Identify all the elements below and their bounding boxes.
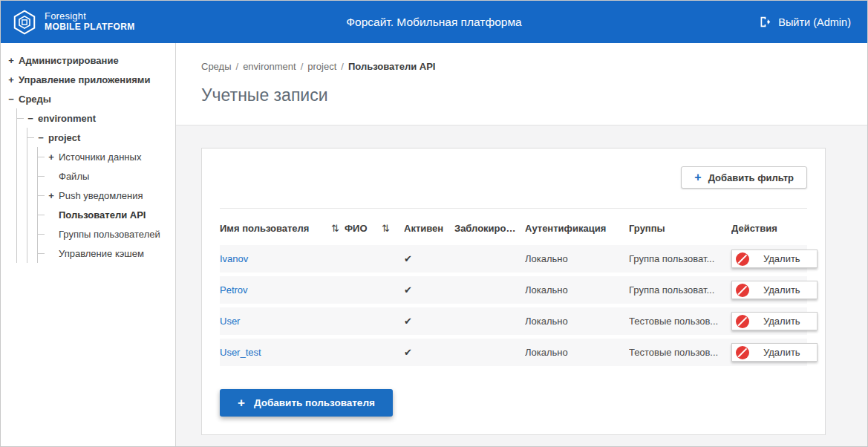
breadcrumb-project[interactable]: project — [307, 61, 336, 72]
auth-cell: Локально — [525, 284, 629, 296]
breadcrumb: Среды/environment/project/Пользователи A… — [201, 61, 867, 72]
col-auth: Аутентификация — [525, 223, 629, 234]
username-link[interactable]: User — [220, 316, 331, 327]
sidebar-item-api-users[interactable]: Пользователи API — [38, 205, 175, 224]
active-check-icon: ✔ — [404, 316, 454, 327]
block-icon — [736, 252, 749, 266]
brand-name: Foresight — [45, 11, 135, 22]
groups-cell: Тестовые пользов... — [629, 316, 731, 327]
sidebar-item-cache-management[interactable]: Управление кэшем — [38, 244, 175, 263]
sort-icon-username[interactable]: ⇅ — [331, 223, 345, 234]
col-actions: Действия — [731, 223, 807, 234]
breadcrumb-api-users: Пользователи API — [348, 61, 435, 72]
breadcrumb-environments[interactable]: Среды — [201, 61, 232, 72]
col-username: Имя пользователя — [220, 223, 331, 234]
add-filter-label: Добавить фильтр — [708, 172, 794, 183]
tree-group-project: + Источники данных Файлы + Push уведомле… — [37, 147, 175, 263]
brand-logo: Foresight MOBILE PLATFORM — [1, 9, 135, 36]
table-row: User ✔ Локально Тестовые пользов... — [220, 307, 807, 335]
collapse-icon[interactable]: − — [26, 113, 35, 124]
sidebar-item-app-management[interactable]: + Управление приложениями — [7, 70, 175, 89]
delete-button[interactable]: Удалить — [731, 249, 818, 268]
expand-icon[interactable]: + — [7, 55, 16, 66]
sidebar-item-environments[interactable]: − Среды — [7, 89, 175, 108]
username-link[interactable]: User_test — [220, 347, 331, 358]
table-header-row: Имя пользователя ⇅ ФИО ⇅ Активен Заблоки… — [220, 209, 807, 245]
brand-subtitle: MOBILE PLATFORM — [45, 22, 135, 33]
table-row: Petrov ✔ Локально Группа пользоват... — [220, 276, 807, 304]
add-user-button[interactable]: + Добавить пользователя — [220, 389, 393, 417]
auth-cell: Локально — [525, 347, 629, 358]
col-active: Активен — [404, 223, 454, 234]
col-groups: Группы — [629, 223, 731, 234]
active-check-icon: ✔ — [404, 347, 454, 358]
top-header: Foresight MOBILE PLATFORM Форсайт. Мобил… — [1, 1, 867, 43]
col-blocked: Заблокирован — [454, 223, 525, 234]
sidebar-item-user-groups[interactable]: Группы пользователей — [38, 224, 175, 244]
sidebar-item-project[interactable]: − project — [27, 128, 175, 147]
add-user-label: Добавить пользователя — [254, 397, 375, 408]
block-icon — [736, 315, 749, 328]
delete-button[interactable]: Удалить — [731, 312, 818, 330]
sidebar-item-environment[interactable]: − environment — [17, 108, 175, 128]
app-window: Foresight MOBILE PLATFORM Форсайт. Мобил… — [0, 0, 868, 447]
expand-icon[interactable]: + — [47, 151, 56, 163]
users-card: + Добавить фильтр Имя пользователя ⇅ ФИО… — [201, 148, 826, 435]
add-filter-button[interactable]: + Добавить фильтр — [681, 166, 807, 189]
expand-icon[interactable]: + — [7, 74, 16, 85]
sidebar-item-files[interactable]: Файлы — [38, 166, 175, 186]
delete-button[interactable]: Удалить — [731, 281, 818, 299]
table-row: Ivanov ✔ Локально Группа пользоват... — [220, 245, 807, 273]
groups-cell: Группа пользоват... — [629, 253, 731, 264]
username-link[interactable]: Petrov — [220, 284, 331, 296]
content-area: + Добавить фильтр Имя пользователя ⇅ ФИО… — [176, 125, 867, 446]
collapse-icon[interactable]: − — [36, 132, 45, 143]
block-icon — [736, 346, 749, 359]
username-link[interactable]: Ivanov — [220, 253, 331, 264]
collapse-icon[interactable]: − — [7, 94, 16, 105]
sidebar-tree: + Администрирование + Управление приложе… — [1, 43, 176, 446]
logout-label: Выйти (Admin) — [778, 16, 851, 28]
sidebar-item-data-sources[interactable]: + Источники данных — [38, 147, 175, 166]
brand-text: Foresight MOBILE PLATFORM — [45, 11, 135, 33]
sidebar-item-administration[interactable]: + Администрирование — [7, 50, 175, 70]
main-area: Среды/environment/project/Пользователи A… — [176, 43, 867, 446]
col-fio: ФИО — [345, 223, 382, 234]
expand-icon[interactable]: + — [47, 190, 56, 201]
delete-button[interactable]: Удалить — [731, 343, 818, 362]
active-check-icon: ✔ — [404, 284, 454, 296]
groups-cell: Группа пользоват... — [629, 284, 731, 296]
auth-cell: Локально — [525, 253, 629, 264]
logout-icon — [759, 16, 771, 28]
logout-button[interactable]: Выйти (Admin) — [759, 16, 867, 28]
breadcrumb-environment[interactable]: environment — [243, 61, 296, 72]
tree-group-environments: − environment − project + Источники данн… — [16, 108, 175, 263]
tree-group-environment: − project + Источники данных Файлы — [27, 128, 175, 263]
foresight-logo-icon — [11, 9, 38, 36]
users-table: Имя пользователя ⇅ ФИО ⇅ Активен Заблоки… — [220, 208, 807, 366]
active-check-icon: ✔ — [404, 253, 454, 264]
block-icon — [736, 284, 749, 297]
sort-icon-fio[interactable]: ⇅ — [382, 223, 404, 234]
sidebar-item-push-notifications[interactable]: + Push уведомления — [38, 186, 175, 205]
auth-cell: Локально — [525, 316, 629, 327]
plus-icon: + — [238, 397, 245, 409]
plus-icon: + — [694, 172, 701, 183]
table-row: User_test ✔ Локально Тестовые пользов... — [220, 339, 807, 366]
groups-cell: Тестовые пользов... — [629, 347, 731, 358]
page-title: Учетные записи — [201, 85, 867, 105]
page-header: Среды/environment/project/Пользователи A… — [176, 43, 867, 125]
